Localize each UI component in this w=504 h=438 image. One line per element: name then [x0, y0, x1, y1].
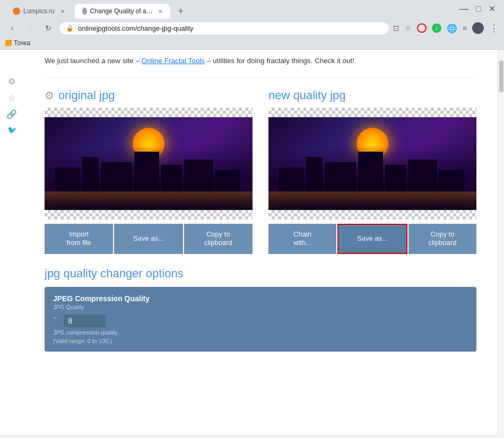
copy-original-button[interactable]: Copy to clipboard: [184, 224, 253, 255]
checker-bottom-new: [268, 210, 476, 220]
fractal-tools-link[interactable]: Online Fractal Tools: [142, 57, 205, 65]
save-original-button[interactable]: Save as...: [114, 224, 183, 255]
bookmark-bar: Точка: [0, 38, 504, 50]
maximize-button[interactable]: □: [474, 4, 483, 14]
tab-favicon-lumpics: [13, 7, 20, 15]
original-jpg-section: ⚙ original jpg: [45, 89, 253, 255]
water-reflection-original: [45, 191, 253, 210]
hint-line1: JPG compression quality.: [53, 329, 468, 336]
tab-jpg-quality[interactable]: Change Quality of a JPEG - Onlin... ✕: [75, 4, 170, 19]
original-section-title: ⚙ original jpg: [45, 89, 253, 102]
globe-icon[interactable]: 🌐: [447, 23, 457, 33]
gear-icon: ⚙: [45, 89, 54, 102]
url-text: onlinejpgtools.com/change-jpg-quality: [78, 24, 383, 32]
hint-line2: (Valid range: 0 to 100.): [53, 338, 468, 344]
extensions-icon[interactable]: ≡: [463, 24, 467, 32]
new-quality-title: new quality jpg: [268, 89, 476, 102]
original-action-buttons: Import from file Save as... Copy to clip…: [45, 224, 253, 255]
original-title-text: original jpg: [58, 89, 115, 102]
quality-input-row: ": [53, 314, 468, 327]
bookmark-label: Точка: [14, 39, 30, 47]
checker-top-original: [45, 108, 253, 117]
tab-close-lumpics[interactable]: ✕: [59, 7, 66, 15]
twitter-sidebar-icon[interactable]: 🐦: [7, 126, 16, 134]
options-card: JPEG Compression Quality JPG Quality " J…: [45, 287, 476, 352]
scrollbar-thumb[interactable]: [499, 60, 503, 92]
main-content: We just launched a new site – Online Fra…: [23, 50, 498, 435]
bookmark-tochka[interactable]: Точка: [5, 39, 30, 47]
options-section: jpg quality changer options JPEG Compres…: [45, 267, 476, 352]
chain-button[interactable]: Chain with...: [268, 224, 336, 255]
announcement-text-before: We just launched a new site –: [45, 57, 142, 65]
forward-button[interactable]: ›: [23, 21, 37, 35]
new-quality-action-buttons: Chain with... Save as... Copy to clipboa…: [268, 224, 476, 255]
bookmark-icon[interactable]: ☆: [405, 24, 412, 32]
card-subtitle: JPG Quality: [53, 304, 468, 310]
tab-close-jpg[interactable]: ✕: [158, 7, 163, 15]
menu-button[interactable]: ⋮: [489, 22, 499, 34]
card-title: JPEG Compression Quality: [53, 294, 468, 303]
sidebar-icons: ⚙ ☆ 🔗 🐦: [0, 76, 23, 435]
refresh-button[interactable]: ↻: [41, 21, 55, 35]
back-button[interactable]: ‹: [5, 21, 19, 35]
import-button[interactable]: Import from file: [45, 224, 113, 255]
close-button[interactable]: ✕: [486, 4, 498, 14]
city-scene-new: [268, 117, 476, 210]
original-image-container: [45, 108, 253, 220]
scrollbar[interactable]: [498, 50, 504, 435]
announcement-text-after: – utilities for doing fractaly things. C…: [207, 57, 354, 65]
opera-icon[interactable]: [417, 23, 427, 33]
bookmark-favicon: [5, 40, 12, 46]
quote-icon: ": [53, 316, 56, 327]
announcement-banner: We just launched a new site – Online Fra…: [45, 50, 476, 78]
star-sidebar-icon[interactable]: ☆: [8, 93, 15, 103]
original-image: [45, 117, 253, 210]
minimize-button[interactable]: —: [457, 3, 471, 14]
sections-row: ⚙ original jpg: [45, 89, 476, 255]
checker-bottom-original: [45, 210, 253, 220]
gear-sidebar-icon[interactable]: ⚙: [8, 76, 15, 86]
options-section-title: jpg quality changer options: [45, 267, 476, 281]
page-content: ⚙ ☆ 🔗 🐦 We just launched a new site – On…: [0, 50, 504, 435]
new-tab-button[interactable]: +: [173, 4, 188, 19]
address-icons: ⊡ ☆ ♪ 🌐 ≡ ⋮: [393, 22, 499, 34]
new-quality-title-text: new quality jpg: [268, 89, 346, 102]
tab-label-jpg: Change Quality of a JPEG - Onlin...: [90, 7, 154, 15]
city-scene-original: [45, 117, 253, 210]
quality-input[interactable]: [64, 314, 106, 327]
lock-icon: 🔒: [66, 24, 74, 32]
url-input[interactable]: 🔒 onlinejpgtools.com/change-jpg-quality: [59, 22, 389, 34]
profile-button[interactable]: [472, 22, 484, 34]
checker-top-new: [268, 108, 476, 117]
new-quality-image: [268, 117, 476, 210]
tab-favicon-jpg: [82, 7, 87, 15]
tab-lumpics[interactable]: Lumpics.ru ✕: [5, 4, 74, 19]
new-quality-image-container: [268, 108, 476, 220]
translate-icon[interactable]: ⊡: [393, 24, 399, 32]
tab-label-lumpics: Lumpics.ru: [23, 7, 55, 15]
water-reflection-new: [268, 191, 476, 210]
address-bar: ‹ › ↻ 🔒 onlinejpgtools.com/change-jpg-qu…: [0, 19, 504, 38]
music-icon[interactable]: ♪: [432, 23, 441, 33]
new-quality-section: new quality jpg: [268, 89, 476, 255]
save-new-button[interactable]: Save as...: [337, 224, 407, 255]
copy-new-button[interactable]: Copy to clipboard: [409, 224, 476, 255]
link-sidebar-icon[interactable]: 🔗: [6, 109, 17, 119]
